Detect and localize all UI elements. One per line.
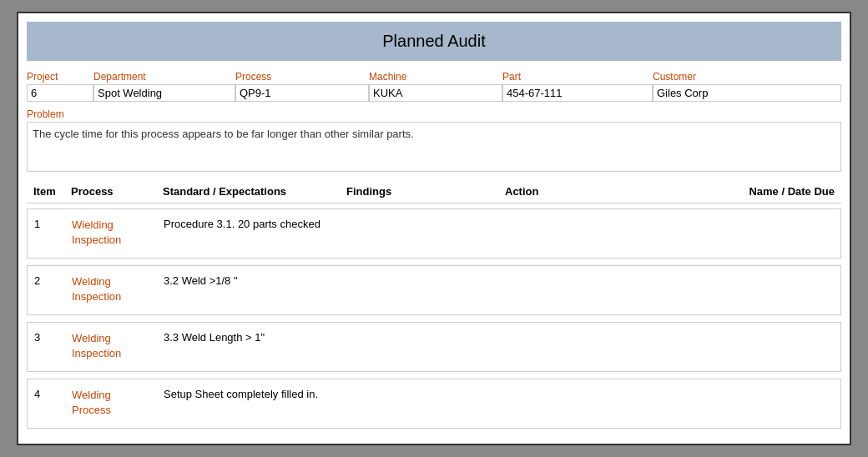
problem-section: Problem The cycle time for this process … bbox=[27, 108, 841, 172]
audit-rows: 1 WieldingInspection Procedure 3.1. 20 p… bbox=[27, 208, 841, 429]
label-department: Department bbox=[93, 71, 235, 83]
page-container: Planned Audit Project Department Process… bbox=[17, 12, 851, 445]
row-item-1: 2 bbox=[34, 274, 72, 287]
value-machine: KUKA bbox=[369, 84, 502, 102]
header-action: Action bbox=[505, 185, 672, 198]
row-process-0: WieldingInspection bbox=[72, 218, 164, 248]
meta-section: Project Department Process Machine Part … bbox=[27, 71, 841, 102]
page-title: Planned Audit bbox=[27, 22, 841, 61]
row-process-2: WeldingInspection bbox=[72, 331, 164, 361]
meta-values: 6 Spot Welding QP9-1 KUKA 454-67-111 Gil… bbox=[27, 84, 841, 102]
row-process-3: WeldingProcess bbox=[72, 388, 164, 418]
header-item: Item bbox=[33, 185, 71, 198]
table-row: 1 WieldingInspection Procedure 3.1. 20 p… bbox=[27, 208, 841, 259]
label-project: Project bbox=[27, 71, 93, 83]
label-customer: Customer bbox=[653, 71, 841, 83]
row-item-3: 4 bbox=[34, 388, 72, 400]
header-standard: Standard / Expectations bbox=[163, 185, 346, 198]
label-process: Process bbox=[235, 71, 369, 83]
label-machine: Machine bbox=[369, 71, 502, 83]
header-findings: Findings bbox=[346, 185, 505, 198]
row-standard-1: 3.2 Weld >1/8 " bbox=[164, 274, 347, 287]
label-part: Part bbox=[502, 71, 653, 83]
header-process: Process bbox=[71, 185, 163, 198]
value-project: 6 bbox=[27, 84, 93, 102]
row-standard-0: Procedure 3.1. 20 parts checked bbox=[164, 218, 347, 230]
row-process-1: WeldingInspection bbox=[72, 274, 164, 304]
problem-label: Problem bbox=[27, 108, 841, 120]
table-row: 2 WeldingInspection 3.2 Weld >1/8 " bbox=[27, 265, 841, 315]
value-department: Spot Welding bbox=[93, 84, 235, 102]
value-customer: Giles Corp bbox=[653, 84, 841, 102]
value-process: QP9-1 bbox=[235, 84, 369, 102]
table-header: Item Process Standard / Expectations Fin… bbox=[27, 180, 841, 203]
row-standard-3: Setup Sheet completely filled in. bbox=[164, 388, 347, 400]
value-part: 454-67-111 bbox=[502, 84, 653, 102]
row-item-0: 1 bbox=[34, 218, 72, 230]
row-item-2: 3 bbox=[34, 331, 72, 344]
row-standard-2: 3.3 Weld Length > 1" bbox=[164, 331, 347, 344]
table-row: 4 WeldingProcess Setup Sheet completely … bbox=[27, 379, 841, 429]
problem-text: The cycle time for this process appears … bbox=[27, 122, 841, 172]
meta-labels: Project Department Process Machine Part … bbox=[27, 71, 841, 83]
header-namedate: Name / Date Due bbox=[672, 185, 835, 198]
table-row: 3 WeldingInspection 3.3 Weld Length > 1" bbox=[27, 322, 841, 372]
